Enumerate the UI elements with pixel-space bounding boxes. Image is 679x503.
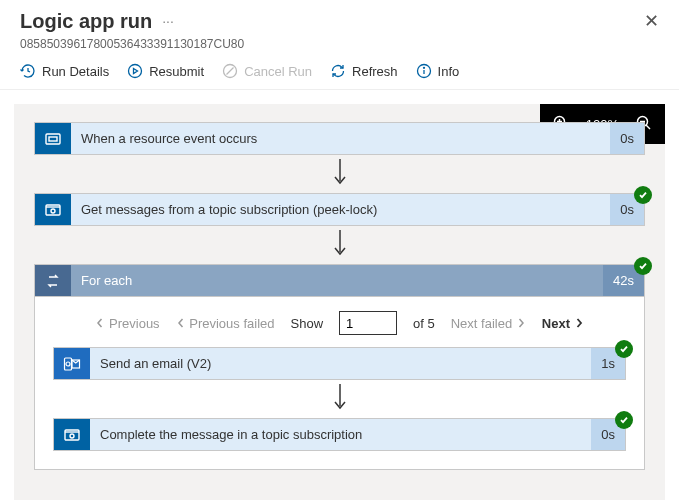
- step-send-email-title: Send an email (V2): [90, 348, 591, 379]
- service-bus-icon: [35, 194, 71, 225]
- outlook-icon: [54, 348, 90, 379]
- step-trigger[interactable]: When a resource event occurs 0s: [34, 122, 645, 155]
- refresh-button[interactable]: Refresh: [330, 63, 398, 79]
- svg-point-14: [70, 434, 74, 438]
- step-trigger-duration: 0s: [610, 123, 644, 154]
- arrow-icon: [330, 159, 350, 189]
- run-details-button[interactable]: Run Details: [20, 63, 109, 79]
- event-grid-icon: [35, 123, 71, 154]
- pager-previous-failed[interactable]: Previous failed: [176, 316, 275, 331]
- svg-point-0: [129, 65, 142, 78]
- svg-point-11: [66, 362, 70, 366]
- check-icon: [615, 411, 633, 429]
- service-bus-icon: [54, 419, 90, 450]
- cancel-run-label: Cancel Run: [244, 64, 312, 79]
- info-label: Info: [438, 64, 460, 79]
- arrow-icon: [330, 230, 350, 260]
- check-icon: [634, 257, 652, 275]
- pager-current-input[interactable]: [339, 311, 397, 335]
- check-icon: [615, 340, 633, 358]
- toolbar: Run Details Resubmit Cancel Run Refresh: [0, 51, 679, 90]
- refresh-icon: [330, 63, 346, 79]
- designer-canvas[interactable]: When a resource event occurs 0s Get mess…: [14, 104, 665, 500]
- svg-rect-6: [46, 134, 60, 144]
- step-get-messages-title: Get messages from a topic subscription (…: [71, 194, 610, 225]
- svg-point-9: [51, 209, 55, 213]
- pager-next[interactable]: Next: [542, 316, 584, 331]
- step-foreach[interactable]: For each 42s: [34, 264, 645, 297]
- pager-next-failed[interactable]: Next failed: [451, 316, 526, 331]
- cancel-icon: [222, 63, 238, 79]
- step-trigger-title: When a resource event occurs: [71, 123, 610, 154]
- check-icon: [634, 186, 652, 204]
- loop-icon: [35, 265, 71, 296]
- svg-rect-7: [49, 137, 57, 141]
- foreach-body: Previous Previous failed Show of 5 Next …: [34, 297, 645, 470]
- step-get-messages[interactable]: Get messages from a topic subscription (…: [34, 193, 645, 226]
- resubmit-label: Resubmit: [149, 64, 204, 79]
- step-complete-message[interactable]: Complete the message in a topic subscrip…: [53, 418, 626, 451]
- pager-previous[interactable]: Previous: [95, 316, 159, 331]
- history-icon: [20, 63, 36, 79]
- arrow-icon: [330, 384, 350, 414]
- refresh-label: Refresh: [352, 64, 398, 79]
- pager-show-label: Show: [291, 316, 324, 331]
- resubmit-icon: [127, 63, 143, 79]
- more-menu[interactable]: ···: [162, 10, 174, 32]
- pager-total: of 5: [413, 316, 435, 331]
- step-send-email[interactable]: Send an email (V2) 1s: [53, 347, 626, 380]
- close-button[interactable]: ✕: [644, 10, 659, 32]
- info-icon: [416, 63, 432, 79]
- run-details-label: Run Details: [42, 64, 109, 79]
- cancel-run-button: Cancel Run: [222, 63, 312, 79]
- step-foreach-title: For each: [71, 265, 603, 296]
- step-complete-message-title: Complete the message in a topic subscrip…: [90, 419, 591, 450]
- info-button[interactable]: Info: [416, 63, 460, 79]
- page-title: Logic app run: [20, 10, 152, 33]
- run-id: 0858503961780053643339113018​7CU80: [0, 37, 679, 51]
- svg-point-3: [423, 67, 424, 68]
- resubmit-button[interactable]: Resubmit: [127, 63, 204, 79]
- iteration-pager: Previous Previous failed Show of 5 Next …: [53, 311, 626, 335]
